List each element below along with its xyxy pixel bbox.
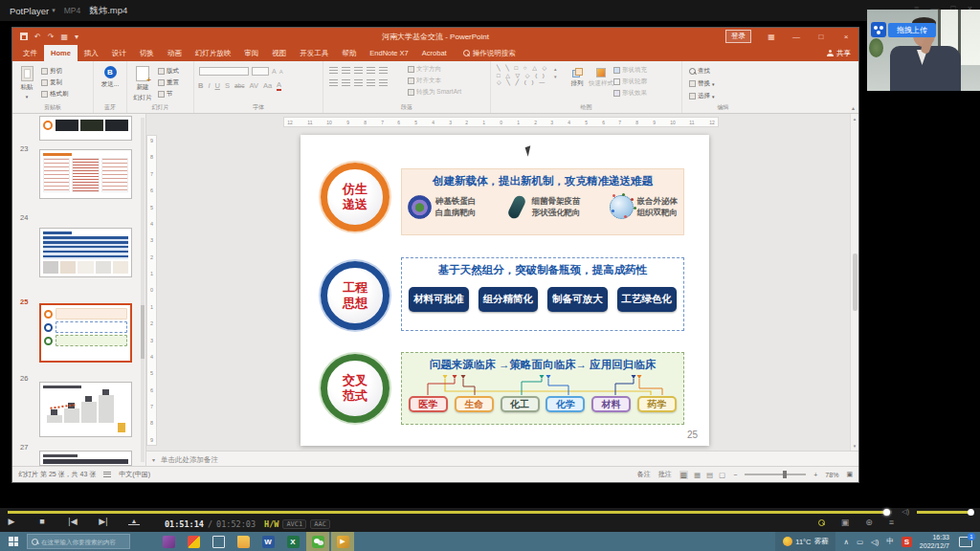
notes-toggle-button[interactable]: 备注 bbox=[637, 470, 651, 479]
save-icon[interactable] bbox=[20, 33, 28, 40]
align-text-button[interactable]: 对齐文本 bbox=[408, 77, 461, 85]
display-settings-icon[interactable] bbox=[207, 532, 230, 551]
zoom-slider-handle[interactable] bbox=[783, 471, 787, 478]
slide-sorter-icon[interactable]: ▦ bbox=[694, 471, 701, 479]
align-center-icon[interactable] bbox=[342, 79, 350, 87]
thumbnail-slide-23[interactable] bbox=[39, 149, 132, 199]
notes-page-icon[interactable] bbox=[103, 472, 111, 477]
next-button[interactable]: ▶| bbox=[98, 517, 109, 526]
normal-view-icon[interactable]: ▥ bbox=[679, 471, 688, 479]
notes-splitter-icon[interactable]: ▾ bbox=[152, 456, 155, 463]
smartart-button[interactable]: 转换为 SmartArt bbox=[408, 88, 461, 97]
word-icon[interactable]: W bbox=[256, 532, 279, 551]
tab-developer[interactable]: 开发工具 bbox=[293, 45, 335, 61]
zoom-out-icon[interactable]: − bbox=[733, 472, 737, 478]
comments-toggle-button[interactable]: 批注 bbox=[658, 470, 672, 479]
previous-button[interactable]: |◀ bbox=[67, 517, 78, 526]
upload-badge[interactable]: 拖拽上传 bbox=[871, 22, 936, 37]
sign-in-button[interactable]: 登录 bbox=[725, 30, 751, 43]
reset-button[interactable]: 重置 bbox=[158, 78, 179, 87]
copy-button[interactable]: 复制 bbox=[41, 78, 69, 87]
shape-outline-button[interactable]: 形状轮廓 bbox=[613, 77, 647, 86]
text-direction-button[interactable]: 文字方向 bbox=[408, 65, 461, 74]
player-menu-button[interactable]: PotPlayer ▾ bbox=[10, 6, 56, 16]
scrollbar-thumb[interactable] bbox=[853, 253, 858, 311]
tab-acrobat[interactable]: Acrobat bbox=[415, 45, 454, 61]
search-input[interactable] bbox=[41, 539, 125, 545]
redo-icon[interactable]: ↷ bbox=[48, 33, 55, 41]
zoom-slider[interactable] bbox=[745, 474, 806, 475]
layout-button[interactable]: 版式 bbox=[158, 67, 179, 76]
shapes-scroll-down-icon[interactable]: ▾ bbox=[554, 74, 557, 79]
bullets-icon[interactable] bbox=[329, 67, 338, 75]
tab-home[interactable]: Home bbox=[44, 45, 78, 61]
character-spacing-button[interactable]: AV bbox=[249, 81, 257, 90]
font-name-combobox[interactable] bbox=[199, 67, 249, 76]
collapse-ribbon-icon[interactable]: ▴ bbox=[852, 104, 855, 111]
qat-chevron-icon[interactable]: ▾ bbox=[75, 33, 78, 41]
tab-review[interactable]: 审阅 bbox=[237, 45, 265, 61]
change-case-button[interactable]: Aa bbox=[263, 81, 272, 90]
strikethrough-button[interactable]: abc bbox=[234, 82, 244, 89]
volume-handle[interactable] bbox=[968, 509, 974, 516]
slideshow-icon[interactable]: ▦ bbox=[60, 33, 68, 41]
paste-button[interactable]: 粘贴 ▾ bbox=[12, 61, 41, 99]
volume-slider[interactable] bbox=[917, 511, 972, 514]
format-painter-button[interactable]: 格式刷 bbox=[41, 90, 69, 99]
file-explorer-icon[interactable] bbox=[232, 532, 255, 551]
excel-icon[interactable]: X bbox=[281, 532, 304, 551]
ribbon-options-button[interactable]: ▦ bbox=[759, 28, 784, 45]
volume-tray-icon[interactable]: ◁) bbox=[871, 538, 879, 546]
wechat-icon[interactable] bbox=[306, 532, 329, 551]
hidden-icons-chevron[interactable]: ∧ bbox=[843, 538, 849, 546]
canvas-scrollbar[interactable]: ▴ ▾ bbox=[850, 114, 858, 451]
thumbnail-slide-27-partial[interactable] bbox=[39, 451, 132, 466]
thumbnail-slide-26[interactable] bbox=[39, 382, 132, 437]
shape-fill-button[interactable]: 形状填充 bbox=[613, 66, 647, 75]
font-size-combobox[interactable] bbox=[252, 67, 269, 76]
scroll-down-icon[interactable]: ▾ bbox=[854, 443, 857, 449]
tab-insert[interactable]: 插入 bbox=[78, 45, 105, 61]
shapes-scroll-up-icon[interactable]: ▴ bbox=[554, 66, 557, 72]
justify-icon[interactable] bbox=[367, 79, 375, 87]
scroll-up-icon[interactable]: ▴ bbox=[854, 116, 857, 121]
thumbnail-slide-22-partial[interactable] bbox=[39, 116, 132, 141]
weather-widget[interactable]: 11°C 雾霾 bbox=[775, 532, 835, 551]
tab-file[interactable]: 文件 bbox=[16, 45, 44, 61]
arrange-button[interactable]: 排列 bbox=[566, 63, 589, 88]
text-shadow-button[interactable]: S bbox=[225, 81, 230, 90]
underline-button[interactable]: U bbox=[215, 81, 220, 90]
columns-icon[interactable] bbox=[379, 79, 388, 87]
thumbnail-scrollbar[interactable] bbox=[141, 118, 145, 462]
playlist-menu-icon[interactable]: ≡ bbox=[889, 518, 894, 527]
bluetooth-send-button[interactable]: B 发送... bbox=[94, 61, 126, 89]
volume-icon[interactable]: ◁) bbox=[902, 508, 909, 516]
tab-transitions[interactable]: 切换 bbox=[133, 45, 161, 61]
photos-app-icon[interactable] bbox=[182, 532, 205, 551]
shrink-font-button[interactable]: A bbox=[279, 69, 283, 75]
language-indicator[interactable]: 中文(中国) bbox=[119, 470, 150, 479]
undo-icon[interactable]: ↶ bbox=[34, 33, 41, 41]
reading-view-icon[interactable]: ▤ bbox=[706, 471, 713, 479]
slide-25[interactable]: 仿生递送 创建新载体，提出新机制，攻克精准递送难题 砷基铁蛋白白血病靶向 细菌骨… bbox=[301, 135, 709, 446]
sogou-ime-icon[interactable]: S bbox=[902, 537, 912, 547]
settings-gear-icon[interactable]: ⊛ bbox=[865, 518, 873, 527]
align-left-icon[interactable] bbox=[329, 79, 338, 87]
tell-me-search[interactable]: 操作说明搜索 bbox=[463, 45, 516, 61]
decrease-indent-icon[interactable] bbox=[354, 67, 363, 75]
touch-keyboard-icon[interactable]: ▭ bbox=[857, 538, 863, 546]
tab-animations[interactable]: 动画 bbox=[161, 45, 189, 61]
shape-effects-button[interactable]: 形状效果 bbox=[613, 89, 647, 98]
font-color-button[interactable]: A bbox=[277, 80, 281, 91]
minimize-button[interactable]: — bbox=[784, 28, 809, 45]
quick-styles-button[interactable]: 快速样式 bbox=[589, 63, 613, 88]
restore-button[interactable]: □ bbox=[809, 28, 834, 45]
section-button[interactable]: 节 bbox=[158, 90, 179, 99]
zoom-in-icon[interactable]: + bbox=[813, 472, 817, 478]
tab-slideshow[interactable]: 幻灯片放映 bbox=[189, 45, 238, 61]
start-button[interactable] bbox=[0, 532, 27, 551]
close-button[interactable]: × bbox=[834, 28, 858, 45]
increase-indent-icon[interactable] bbox=[367, 67, 375, 75]
cut-button[interactable]: 剪切 bbox=[41, 67, 69, 76]
new-slide-button[interactable]: 新建 幻灯片 bbox=[127, 61, 158, 102]
